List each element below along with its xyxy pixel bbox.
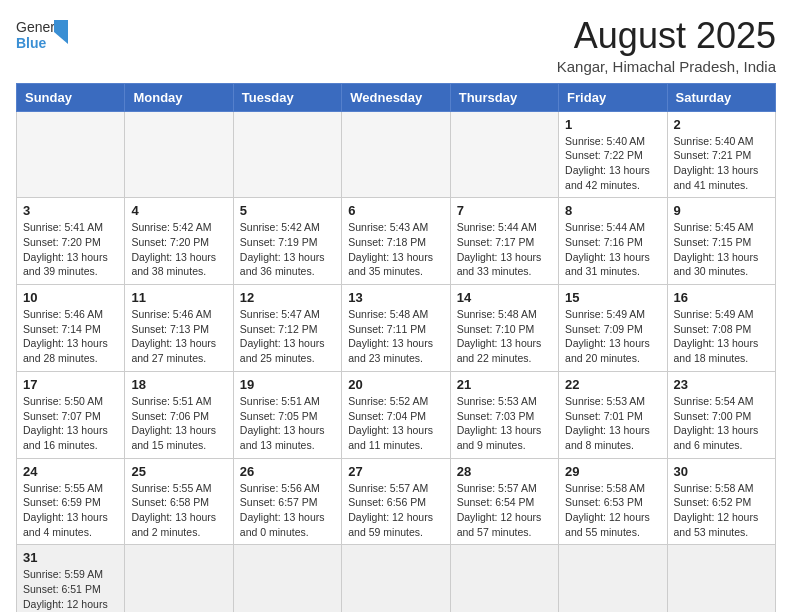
day-number: 2 [674,117,769,132]
calendar-week-row: 24Sunrise: 5:55 AM Sunset: 6:59 PM Dayli… [17,458,776,545]
day-info: Sunrise: 5:54 AM Sunset: 7:00 PM Dayligh… [674,394,769,453]
day-info: Sunrise: 5:43 AM Sunset: 7:18 PM Dayligh… [348,220,443,279]
calendar-day-cell: 12Sunrise: 5:47 AM Sunset: 7:12 PM Dayli… [233,285,341,372]
calendar-day-cell [342,545,450,612]
day-number: 17 [23,377,118,392]
day-info: Sunrise: 5:57 AM Sunset: 6:56 PM Dayligh… [348,481,443,540]
calendar-day-cell: 18Sunrise: 5:51 AM Sunset: 7:06 PM Dayli… [125,371,233,458]
day-number: 31 [23,550,118,565]
calendar-week-row: 17Sunrise: 5:50 AM Sunset: 7:07 PM Dayli… [17,371,776,458]
logo: GeneralBlue [16,16,68,54]
title-block: August 2025 Kangar, Himachal Pradesh, In… [557,16,776,75]
weekday-header: Friday [559,83,667,111]
day-number: 28 [457,464,552,479]
calendar-day-cell [559,545,667,612]
calendar-day-cell: 15Sunrise: 5:49 AM Sunset: 7:09 PM Dayli… [559,285,667,372]
calendar-day-cell: 4Sunrise: 5:42 AM Sunset: 7:20 PM Daylig… [125,198,233,285]
calendar-day-cell [233,545,341,612]
calendar-day-cell: 16Sunrise: 5:49 AM Sunset: 7:08 PM Dayli… [667,285,775,372]
day-info: Sunrise: 5:48 AM Sunset: 7:11 PM Dayligh… [348,307,443,366]
day-number: 16 [674,290,769,305]
day-info: Sunrise: 5:53 AM Sunset: 7:01 PM Dayligh… [565,394,660,453]
day-number: 7 [457,203,552,218]
svg-text:Blue: Blue [16,35,47,51]
day-info: Sunrise: 5:52 AM Sunset: 7:04 PM Dayligh… [348,394,443,453]
weekday-header: Sunday [17,83,125,111]
weekday-header: Thursday [450,83,558,111]
calendar-day-cell: 9Sunrise: 5:45 AM Sunset: 7:15 PM Daylig… [667,198,775,285]
calendar-day-cell: 25Sunrise: 5:55 AM Sunset: 6:58 PM Dayli… [125,458,233,545]
day-number: 21 [457,377,552,392]
day-info: Sunrise: 5:42 AM Sunset: 7:19 PM Dayligh… [240,220,335,279]
calendar-day-cell: 20Sunrise: 5:52 AM Sunset: 7:04 PM Dayli… [342,371,450,458]
calendar-day-cell [342,111,450,198]
calendar-day-cell: 7Sunrise: 5:44 AM Sunset: 7:17 PM Daylig… [450,198,558,285]
calendar-day-cell: 5Sunrise: 5:42 AM Sunset: 7:19 PM Daylig… [233,198,341,285]
day-info: Sunrise: 5:59 AM Sunset: 6:51 PM Dayligh… [23,567,118,612]
day-number: 29 [565,464,660,479]
day-number: 18 [131,377,226,392]
day-number: 27 [348,464,443,479]
day-info: Sunrise: 5:50 AM Sunset: 7:07 PM Dayligh… [23,394,118,453]
weekday-header: Saturday [667,83,775,111]
calendar-day-cell: 31Sunrise: 5:59 AM Sunset: 6:51 PM Dayli… [17,545,125,612]
day-number: 1 [565,117,660,132]
day-info: Sunrise: 5:58 AM Sunset: 6:53 PM Dayligh… [565,481,660,540]
day-number: 5 [240,203,335,218]
day-info: Sunrise: 5:55 AM Sunset: 6:59 PM Dayligh… [23,481,118,540]
logo-icon: GeneralBlue [16,16,68,54]
calendar-day-cell: 6Sunrise: 5:43 AM Sunset: 7:18 PM Daylig… [342,198,450,285]
day-number: 13 [348,290,443,305]
day-info: Sunrise: 5:44 AM Sunset: 7:16 PM Dayligh… [565,220,660,279]
calendar-day-cell: 14Sunrise: 5:48 AM Sunset: 7:10 PM Dayli… [450,285,558,372]
day-number: 12 [240,290,335,305]
day-info: Sunrise: 5:51 AM Sunset: 7:06 PM Dayligh… [131,394,226,453]
calendar-week-row: 1Sunrise: 5:40 AM Sunset: 7:22 PM Daylig… [17,111,776,198]
calendar-header-row: SundayMondayTuesdayWednesdayThursdayFrid… [17,83,776,111]
calendar-day-cell [450,545,558,612]
day-info: Sunrise: 5:55 AM Sunset: 6:58 PM Dayligh… [131,481,226,540]
calendar-day-cell [17,111,125,198]
calendar-day-cell: 3Sunrise: 5:41 AM Sunset: 7:20 PM Daylig… [17,198,125,285]
weekday-header: Wednesday [342,83,450,111]
day-number: 22 [565,377,660,392]
day-number: 26 [240,464,335,479]
calendar-day-cell: 13Sunrise: 5:48 AM Sunset: 7:11 PM Dayli… [342,285,450,372]
day-info: Sunrise: 5:48 AM Sunset: 7:10 PM Dayligh… [457,307,552,366]
day-number: 4 [131,203,226,218]
day-info: Sunrise: 5:49 AM Sunset: 7:09 PM Dayligh… [565,307,660,366]
calendar-day-cell: 30Sunrise: 5:58 AM Sunset: 6:52 PM Dayli… [667,458,775,545]
calendar-day-cell [450,111,558,198]
calendar-day-cell [233,111,341,198]
calendar-day-cell: 10Sunrise: 5:46 AM Sunset: 7:14 PM Dayli… [17,285,125,372]
day-info: Sunrise: 5:47 AM Sunset: 7:12 PM Dayligh… [240,307,335,366]
calendar-table: SundayMondayTuesdayWednesdayThursdayFrid… [16,83,776,612]
calendar-day-cell: 2Sunrise: 5:40 AM Sunset: 7:21 PM Daylig… [667,111,775,198]
weekday-header: Monday [125,83,233,111]
calendar-day-cell [125,545,233,612]
day-number: 11 [131,290,226,305]
day-info: Sunrise: 5:53 AM Sunset: 7:03 PM Dayligh… [457,394,552,453]
day-info: Sunrise: 5:49 AM Sunset: 7:08 PM Dayligh… [674,307,769,366]
day-number: 3 [23,203,118,218]
calendar-day-cell [125,111,233,198]
day-info: Sunrise: 5:58 AM Sunset: 6:52 PM Dayligh… [674,481,769,540]
day-number: 25 [131,464,226,479]
day-info: Sunrise: 5:56 AM Sunset: 6:57 PM Dayligh… [240,481,335,540]
calendar-day-cell: 1Sunrise: 5:40 AM Sunset: 7:22 PM Daylig… [559,111,667,198]
calendar-day-cell: 26Sunrise: 5:56 AM Sunset: 6:57 PM Dayli… [233,458,341,545]
calendar-day-cell: 27Sunrise: 5:57 AM Sunset: 6:56 PM Dayli… [342,458,450,545]
day-info: Sunrise: 5:46 AM Sunset: 7:14 PM Dayligh… [23,307,118,366]
calendar-day-cell: 28Sunrise: 5:57 AM Sunset: 6:54 PM Dayli… [450,458,558,545]
calendar-week-row: 10Sunrise: 5:46 AM Sunset: 7:14 PM Dayli… [17,285,776,372]
day-info: Sunrise: 5:44 AM Sunset: 7:17 PM Dayligh… [457,220,552,279]
day-number: 10 [23,290,118,305]
day-number: 8 [565,203,660,218]
calendar-title: August 2025 [557,16,776,56]
day-number: 30 [674,464,769,479]
calendar-day-cell: 29Sunrise: 5:58 AM Sunset: 6:53 PM Dayli… [559,458,667,545]
day-info: Sunrise: 5:51 AM Sunset: 7:05 PM Dayligh… [240,394,335,453]
day-number: 14 [457,290,552,305]
page-header: GeneralBlue August 2025 Kangar, Himachal… [16,16,776,75]
calendar-subtitle: Kangar, Himachal Pradesh, India [557,58,776,75]
